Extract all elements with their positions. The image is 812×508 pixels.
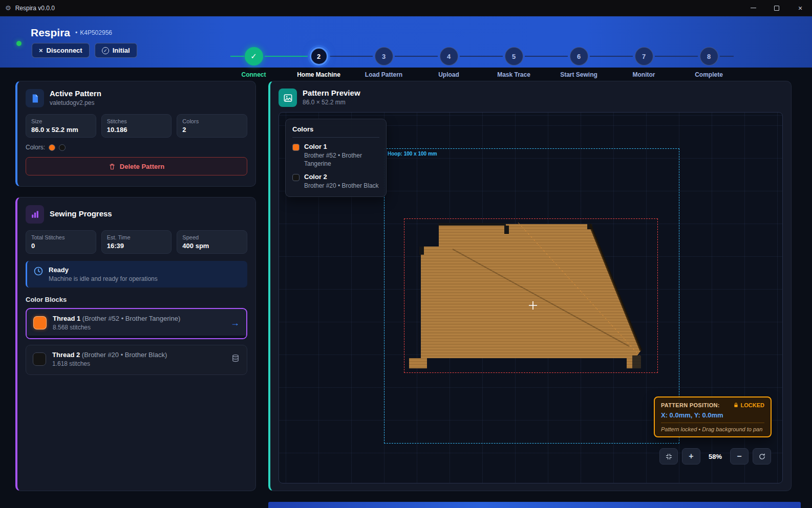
color-blocks-heading: Color Blocks — [26, 296, 247, 303]
fit-view-button[interactable] — [659, 448, 678, 465]
center-crosshair-icon — [529, 301, 537, 310]
stat-value: 10.186 — [107, 126, 166, 134]
zoom-out-button[interactable]: − — [730, 448, 749, 465]
footer-strip — [268, 502, 801, 508]
close-icon: × — [798, 5, 802, 12]
legend-color-name: Color 2 — [304, 173, 379, 181]
stat-speed: Speed 400 spm — [177, 230, 247, 254]
stat-value: 86.0 x 52.2 mm — [31, 126, 91, 134]
step-number: 7 — [635, 47, 653, 65]
step-number: 6 — [570, 47, 588, 65]
legend-title: Colors — [292, 125, 379, 138]
minimize-button[interactable] — [741, 0, 765, 16]
stepper-connector — [330, 56, 373, 57]
stat-label: Speed — [182, 234, 242, 240]
step-number: 5 — [505, 47, 523, 65]
embroidery-pattern — [404, 218, 658, 373]
zoom-controls: + 58% − — [659, 448, 771, 465]
minimize-icon — [751, 8, 756, 8]
plus-icon: + — [689, 452, 693, 461]
locked-badge: LOCKED — [741, 402, 764, 408]
stepper-connector — [590, 56, 633, 57]
stat-value: 16:39 — [107, 242, 166, 250]
initial-button[interactable]: ✓ Initial — [95, 43, 137, 58]
legend-entry-color1: Color 1 Brother #52 • Brother Tangerine — [292, 143, 379, 168]
legend-entry-color2: Color 2 Brother #20 • Brother Black — [292, 173, 379, 190]
stepper-connector — [265, 56, 308, 57]
legend-color-detail: Brother #20 • Brother Black — [304, 182, 379, 190]
stat-label: Est. Time — [107, 234, 166, 240]
stat-total-stitches: Total Stitches 0 — [26, 230, 96, 254]
stepper-connector — [655, 56, 698, 57]
step-number: 3 — [375, 47, 393, 65]
colors-legend: Colors Color 1 Brother #52 • Brother Tan… — [285, 119, 387, 197]
delete-pattern-label: Delete Pattern — [120, 163, 164, 170]
stepper-lead-line — [230, 56, 244, 57]
layers-icon — [231, 354, 240, 365]
stepper-connector — [460, 56, 503, 57]
app-icon: ⚙ — [5, 4, 11, 12]
active-pattern-card: Active Pattern valetudogv2.pes Size 86.0… — [15, 81, 256, 187]
stat-value: 2 — [182, 126, 242, 134]
stat-value: 400 spm — [182, 242, 242, 250]
disconnect-button[interactable]: × Disconnect — [32, 43, 90, 58]
color-swatch-1 — [49, 144, 55, 151]
fit-view-icon — [665, 453, 673, 460]
maximize-button[interactable] — [765, 0, 788, 16]
close-x-icon: × — [39, 47, 43, 54]
sewing-progress-title: Sewing Progress — [50, 209, 112, 218]
minus-icon: − — [737, 452, 741, 461]
stat-label: Colors — [182, 118, 242, 124]
position-coordinates: X: 0.0mm, Y: 0.0mm — [661, 411, 764, 419]
stat-label: Stitches — [107, 118, 166, 124]
status-detail: Machine is idle and ready for operations — [49, 275, 158, 282]
bar-chart-icon — [26, 205, 44, 224]
stepper-connector — [525, 56, 568, 57]
initial-label: Initial — [113, 47, 130, 54]
stepper-connector — [395, 56, 438, 57]
preview-title: Pattern Preview — [303, 89, 360, 97]
thread-1-progress-track — [27, 336, 246, 338]
machine-status-banner: Ready Machine is idle and ready for oper… — [26, 261, 247, 288]
thread-2-stitches: 1.618 stitches — [52, 360, 167, 367]
connection-status-dot — [16, 41, 22, 46]
machine-serial: K4P502956 — [80, 29, 112, 36]
disconnect-label: Disconnect — [47, 47, 82, 54]
pattern-position-overlay: PATTERN POSITION: LOCKED X: 0.0mm, Y: 0.… — [654, 396, 772, 437]
thread-block-2[interactable]: Thread 2 (Brother #20 • Brother Black) 1… — [26, 345, 247, 375]
pattern-filename: valetudogv2.pes — [50, 99, 101, 106]
legend-color-detail: Brother #52 • Brother Tangerine — [304, 151, 379, 168]
bullet-icon: • — [75, 29, 77, 36]
arrow-right-icon: → — [230, 318, 240, 328]
step-number: 2 — [310, 47, 328, 65]
window-title: Respira v0.0.0 — [15, 5, 55, 12]
color-swatch-2 — [59, 144, 66, 151]
stat-colors: Colors 2 — [177, 114, 247, 138]
zoom-in-button[interactable]: + — [682, 448, 700, 465]
preview-canvas[interactable]: Hoop: 100 x 100 mm — [279, 112, 783, 483]
refresh-icon — [758, 453, 766, 460]
image-icon — [279, 89, 297, 107]
stat-value: 0 — [31, 242, 91, 250]
clock-icon — [33, 266, 44, 276]
content-area: Active Pattern valetudogv2.pes Size 86.0… — [0, 68, 812, 508]
stat-est-time: Est. Time 16:39 — [101, 230, 172, 254]
preview-dimensions: 86.0 × 52.2 mm — [303, 99, 360, 106]
status-title: Ready — [49, 266, 158, 274]
thread-block-1[interactable]: Thread 1 (Brother #52 • Brother Tangerin… — [26, 308, 247, 339]
delete-pattern-button[interactable]: Delete Pattern — [26, 157, 247, 175]
zoom-level: 58% — [704, 453, 726, 460]
maximize-icon — [774, 6, 779, 11]
thread-1-swatch — [33, 316, 47, 329]
legend-swatch-1 — [292, 144, 300, 151]
close-button[interactable]: × — [788, 0, 812, 16]
trash-icon — [109, 163, 116, 170]
check-icon: ✓ — [250, 52, 257, 61]
step-number: 4 — [440, 47, 458, 65]
thread-1-stitches: 8.568 stitches — [53, 324, 180, 331]
active-pattern-title: Active Pattern — [50, 89, 101, 98]
hoop-label: Hoop: 100 x 100 mm — [388, 151, 437, 157]
stat-size: Size 86.0 x 52.2 mm — [26, 114, 96, 138]
reset-view-button[interactable] — [753, 448, 771, 465]
thread-2-name: Thread 2 — [52, 351, 80, 359]
